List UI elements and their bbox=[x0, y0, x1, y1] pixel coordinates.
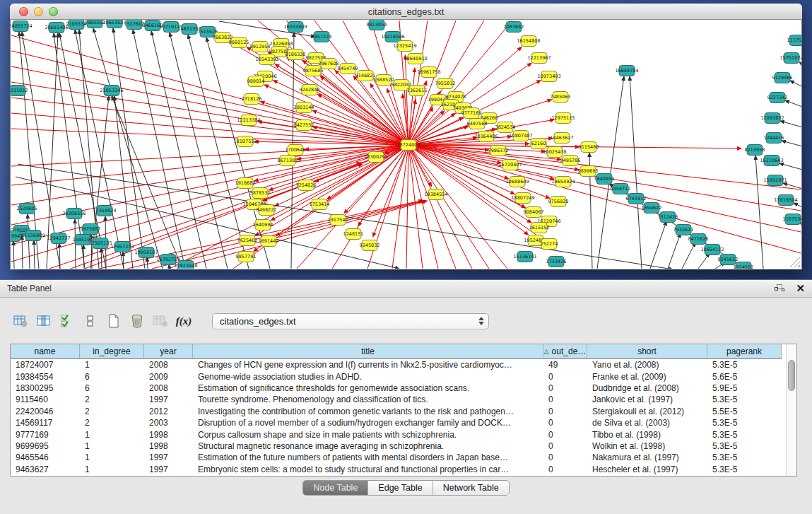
graph-node-label: 1362615 bbox=[407, 88, 428, 93]
cell-short: Yano et al. (2008) bbox=[587, 360, 707, 370]
tab-network-table[interactable]: Network Table bbox=[433, 481, 509, 495]
graph-node-label: 19654923 bbox=[551, 179, 575, 185]
graph-node-label: 12942737 bbox=[47, 235, 70, 241]
tab-edge-table[interactable]: Edge Table bbox=[368, 481, 433, 495]
table-row[interactable]: 946554611997Estimation of the future num… bbox=[11, 452, 782, 463]
table-row[interactable]: 1456911722003Disruption of a novel membe… bbox=[11, 417, 782, 428]
graph-node-label: 2967608 bbox=[319, 61, 339, 66]
desktop-background: citations_edges.txt 24055724206914062105… bbox=[0, 0, 812, 279]
graph-node-label: 7485063 bbox=[551, 94, 571, 100]
table-row[interactable]: 977716911998Corpus callosum shape and si… bbox=[11, 428, 782, 440]
zoom-window-icon[interactable] bbox=[49, 7, 58, 16]
graph-node-label: 17957273 bbox=[110, 244, 134, 250]
graph-node-label: 18807249 bbox=[511, 195, 534, 201]
graph-node-label: 7986372 bbox=[488, 148, 509, 153]
cell-title: Investigating the contribution of common… bbox=[193, 407, 543, 416]
close-window-icon[interactable] bbox=[19, 7, 28, 16]
graph-node-label: 8454749 bbox=[338, 66, 358, 71]
cell-name: 18724007 bbox=[11, 360, 80, 370]
node-table: namein_degreeyeartitle△out_de…shortpager… bbox=[10, 344, 797, 477]
table-row[interactable]: 946362711997Embryonic stem cells: a mode… bbox=[11, 464, 782, 475]
graph-node-label: 6734028 bbox=[446, 94, 466, 100]
column-header-title[interactable]: title bbox=[193, 344, 543, 358]
network-view-window[interactable]: citations_edges.txt 24055724206914062105… bbox=[10, 4, 802, 269]
graph-node-label: 24055724 bbox=[11, 23, 33, 29]
graph-node-label: 1917544 bbox=[328, 217, 348, 223]
cell-pagerank: 5.6E-5 bbox=[707, 372, 782, 382]
cell-pagerank: 5.5E-5 bbox=[707, 407, 782, 416]
cell-in_degree: 6 bbox=[80, 383, 144, 393]
cell-short: Hescheler et al. (1997) bbox=[587, 465, 707, 474]
tab-node-table[interactable]: Node Table bbox=[303, 481, 368, 495]
graph-node-label: 1694622 bbox=[642, 205, 662, 211]
cell-pagerank: 5.3E-5 bbox=[707, 465, 782, 474]
column-header-name[interactable]: name bbox=[11, 344, 80, 358]
column-header-in_degree[interactable]: in_degree bbox=[80, 344, 144, 358]
graph-node-label: 7955812 bbox=[435, 81, 456, 86]
table-row[interactable]: 1830029562008Estimation of significance … bbox=[11, 382, 782, 394]
graph-node-label: 18107552 bbox=[233, 139, 257, 144]
scrollbar-thumb[interactable] bbox=[788, 360, 795, 391]
graph-node-label: 11156889 bbox=[21, 233, 45, 238]
graph-node-label: 9777169 bbox=[461, 110, 482, 116]
cell-in_degree: 6 bbox=[80, 372, 144, 382]
column-header-out_de[interactable]: △out_de… bbox=[543, 344, 587, 358]
cell-year: 1997 bbox=[144, 395, 193, 404]
select-columns-icon[interactable] bbox=[57, 312, 78, 330]
table-header-row: namein_degreeyeartitle△out_de…shortpager… bbox=[11, 344, 782, 359]
column-header-pagerank[interactable]: pagerank bbox=[707, 344, 782, 358]
graph-node-label: 9899695 bbox=[578, 168, 599, 174]
graph-node-label: 9875685 bbox=[303, 68, 324, 74]
cell-out_de: 0 bbox=[543, 395, 587, 404]
create-column-icon[interactable] bbox=[103, 312, 124, 330]
delete-column-icon[interactable] bbox=[126, 312, 148, 330]
function-builder-icon[interactable]: f(x) bbox=[173, 312, 194, 330]
graph-node-label: 17359924 bbox=[93, 208, 116, 214]
table-settings-icon[interactable] bbox=[10, 312, 31, 330]
network-canvas-area[interactable]: 2405572420691406210553410653521065352715… bbox=[10, 20, 802, 269]
minimize-window-icon[interactable] bbox=[34, 7, 43, 16]
float-panel-icon[interactable] bbox=[775, 284, 784, 293]
table-select-dropdown[interactable]: citations_edges.txt bbox=[212, 313, 489, 329]
table-row[interactable]: 1938455462009Genome-wide association stu… bbox=[11, 370, 782, 382]
graph-node-label: 1065352 bbox=[85, 20, 105, 25]
graph-node-label: 10025438 bbox=[543, 149, 566, 155]
graph-node-label: 1167534 bbox=[783, 216, 801, 222]
cell-out_de: 0 bbox=[543, 418, 587, 428]
table-row[interactable]: 2242004622012Investigating the contribut… bbox=[11, 406, 782, 417]
sort-ascending-icon: △ bbox=[544, 348, 549, 355]
row-height-icon[interactable] bbox=[80, 312, 101, 330]
column-header-year[interactable]: year bbox=[144, 344, 193, 358]
cell-year: 2008 bbox=[144, 360, 193, 370]
graph-node-label: 8427552 bbox=[294, 122, 314, 128]
table-vertical-scrollbar[interactable] bbox=[786, 344, 796, 476]
cell-name: 9777169 bbox=[11, 430, 80, 440]
table-panel-titlebar[interactable]: Table Panel ✕ bbox=[0, 280, 812, 298]
table-panel: Table Panel ✕ bbox=[0, 279, 812, 514]
graph-node-label: 2803144 bbox=[294, 105, 314, 110]
graph-node-label: 5878332 bbox=[250, 190, 271, 196]
graph-node-label: 3824534 bbox=[495, 124, 516, 130]
table-row[interactable]: 969969511998Structural magnetic resonanc… bbox=[11, 440, 782, 452]
graph-node-label: 9146821 bbox=[355, 73, 376, 78]
graph-node-label: 8186328 bbox=[286, 52, 306, 57]
graph-node-label: 1527602 bbox=[124, 21, 145, 27]
cell-pagerank: 5.9E-5 bbox=[707, 383, 782, 393]
table-row[interactable]: 1872400712008Changes of HCN gene express… bbox=[11, 359, 782, 370]
cell-name: 9465546 bbox=[11, 452, 80, 462]
cell-in_degree: 1 bbox=[80, 360, 144, 370]
graph-node-label: 6822057 bbox=[392, 82, 412, 88]
cell-title: Disruption of a novel member of a sodium… bbox=[193, 418, 543, 428]
network-canvas[interactable]: 2405572420691406210553410653521065352715… bbox=[11, 20, 801, 269]
delete-table-icon[interactable] bbox=[150, 312, 171, 330]
column-header-short[interactable]: short bbox=[587, 344, 707, 358]
cell-title: Genome-wide association studies in ADHD. bbox=[193, 372, 543, 382]
graph-node-label: 19958107 bbox=[134, 250, 158, 255]
show-columns-icon[interactable] bbox=[33, 312, 54, 330]
window-titlebar[interactable]: citations_edges.txt bbox=[10, 4, 802, 20]
cell-short: Franke et al. (2009) bbox=[587, 372, 707, 382]
cell-in_degree: 1 bbox=[80, 441, 144, 451]
table-panel-title: Table Panel bbox=[7, 284, 52, 293]
table-row[interactable]: 911546021997Tourette syndrome. Phenomeno… bbox=[11, 394, 782, 405]
close-panel-icon[interactable]: ✕ bbox=[796, 284, 805, 293]
